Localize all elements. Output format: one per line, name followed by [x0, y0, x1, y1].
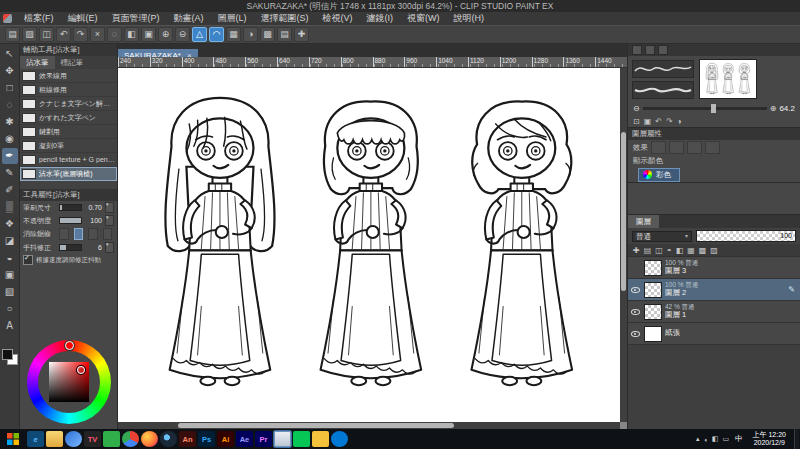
- item-bank-tab-icon[interactable]: [658, 45, 668, 55]
- menu-item[interactable]: 圖層(L): [211, 12, 254, 25]
- show-desktop-button[interactable]: [794, 429, 799, 449]
- tool-icon[interactable]: ▧: [2, 284, 18, 300]
- tool-icon[interactable]: ◪: [2, 233, 18, 249]
- tray-expand-icon[interactable]: ▴: [696, 435, 700, 443]
- clock[interactable]: 上午 12:20 2020/12/9: [749, 431, 790, 448]
- taskbar-app-icon[interactable]: [331, 431, 348, 447]
- antialias-none-button[interactable]: [59, 228, 69, 240]
- layer-row[interactable]: 42 % 普通 圖層 1: [628, 301, 800, 323]
- canvas-vertical-scrollbar[interactable]: [620, 68, 627, 422]
- tool-icon[interactable]: ◒: [2, 250, 18, 266]
- speed-adjust-checkbox[interactable]: [23, 255, 33, 265]
- menu-item[interactable]: 濾鏡(I): [360, 12, 401, 25]
- menu-item[interactable]: 視窗(W): [400, 12, 447, 25]
- taskbar-app-icon[interactable]: TV: [84, 431, 101, 447]
- antialias-weak-button[interactable]: [74, 228, 84, 240]
- antialias-strong-button[interactable]: [103, 228, 113, 240]
- toolbar-icon[interactable]: ▣: [141, 27, 156, 42]
- zoom-slider[interactable]: [643, 107, 767, 110]
- extract-line-effect-icon[interactable]: [705, 141, 720, 154]
- toolbar-icon[interactable]: ▦: [226, 27, 241, 42]
- brush-size-slider[interactable]: [59, 204, 82, 211]
- start-button[interactable]: [0, 429, 26, 449]
- toolbar-icon[interactable]: ▩: [260, 27, 275, 42]
- taskbar-app-icon[interactable]: [65, 431, 82, 447]
- navigator-thumbnail[interactable]: [699, 59, 757, 99]
- subtool-item[interactable]: 鍵劃用: [20, 125, 117, 139]
- tab-layers[interactable]: 圖層: [628, 215, 659, 228]
- tool-icon[interactable]: ✒: [2, 148, 18, 164]
- tool-icon[interactable]: ✐: [2, 182, 18, 198]
- toolbar-icon[interactable]: ↷: [73, 27, 88, 42]
- subtool-item[interactable]: かすれた文字ペン: [20, 111, 117, 125]
- subtool-item[interactable]: pencil texture + G pen meiti: [20, 153, 117, 167]
- menu-item[interactable]: 檢視(V): [316, 12, 360, 25]
- taskbar-app-icon[interactable]: e: [27, 431, 44, 447]
- tool-icon[interactable]: ▣: [2, 267, 18, 283]
- toolbar-icon[interactable]: ◠: [209, 27, 224, 42]
- battery-icon[interactable]: ▭: [722, 435, 729, 443]
- tool-icon[interactable]: ◌: [2, 97, 18, 113]
- visibility-eye-icon[interactable]: [630, 306, 641, 318]
- taskbar-app-icon[interactable]: [141, 431, 158, 447]
- toolbar-icon[interactable]: ↶: [56, 27, 71, 42]
- toolbar-icon[interactable]: ✚: [294, 27, 309, 42]
- subtool-item[interactable]: 粗線條用: [20, 83, 117, 97]
- menu-item[interactable]: 選擇範圍(S): [254, 12, 316, 25]
- foreground-background-swatches[interactable]: [2, 349, 18, 365]
- expression-color-select[interactable]: 彩色: [638, 168, 680, 182]
- toolbar-icon[interactable]: ▨: [22, 27, 37, 42]
- subtool-item[interactable]: クナじま文字ペン解像度用: [20, 97, 117, 111]
- view-control-icon[interactable]: ↷: [666, 117, 673, 126]
- tab-pen[interactable]: 沾水筆: [20, 56, 55, 69]
- stabilization-spinner[interactable]: [105, 242, 114, 253]
- tone-effect-icon[interactable]: [669, 141, 684, 154]
- tool-icon[interactable]: A: [2, 318, 18, 334]
- tool-icon[interactable]: ❖: [2, 216, 18, 232]
- blend-mode-select[interactable]: 普通: [632, 231, 692, 242]
- zoom-in-icon[interactable]: ⊕: [770, 104, 777, 113]
- layers-toolbar-icon[interactable]: ◫: [655, 246, 663, 255]
- visibility-eye-icon[interactable]: [630, 284, 641, 296]
- taskbar-app-icon[interactable]: [274, 431, 291, 447]
- taskbar-app-icon[interactable]: Ps: [198, 431, 215, 447]
- toolbar-icon[interactable]: ⊖: [175, 27, 190, 42]
- subtool-item[interactable]: 沾水筆(底層噴槍): [20, 167, 117, 181]
- layers-toolbar-icon[interactable]: ▩: [699, 246, 707, 255]
- layers-toolbar-icon[interactable]: ✚: [633, 246, 640, 255]
- volume-icon[interactable]: ◖: [704, 436, 708, 443]
- border-effect-icon[interactable]: [651, 141, 666, 154]
- visibility-eye-icon[interactable]: [630, 328, 641, 340]
- view-control-icon[interactable]: ↶: [655, 117, 662, 126]
- layer-row[interactable]: 紙張: [628, 323, 800, 345]
- taskbar-app-icon[interactable]: [46, 431, 63, 447]
- tool-icon[interactable]: ▒: [2, 199, 18, 215]
- taskbar-app-icon[interactable]: [293, 431, 310, 447]
- view-control-icon[interactable]: ◑: [677, 117, 682, 126]
- canvas-horizontal-scrollbar[interactable]: [118, 422, 620, 429]
- hue-ring[interactable]: [27, 340, 111, 424]
- layers-toolbar-icon[interactable]: ▦: [687, 246, 695, 255]
- tool-icon[interactable]: ○: [2, 301, 18, 317]
- toolbar-icon[interactable]: ◫: [39, 27, 54, 42]
- menu-item[interactable]: 頁面管理(P): [105, 12, 167, 25]
- ime-language-indicator[interactable]: 中: [733, 434, 745, 444]
- menu-item[interactable]: 檔案(F): [17, 12, 61, 25]
- saturation-value-square[interactable]: [49, 362, 89, 402]
- toolbar-icon[interactable]: △: [192, 27, 207, 42]
- opacity-spinner[interactable]: [105, 215, 114, 226]
- menu-item[interactable]: 編輯(E): [61, 12, 105, 25]
- subtool-item[interactable]: 效果線用: [20, 69, 117, 83]
- menu-item[interactable]: 動畫(A): [167, 12, 211, 25]
- brush-size-spinner[interactable]: [105, 202, 114, 213]
- subtool-item[interactable]: 凝刻0筆: [20, 139, 117, 153]
- taskbar-app-icon[interactable]: [312, 431, 329, 447]
- tool-icon[interactable]: ↖: [2, 46, 18, 62]
- canvas[interactable]: [118, 68, 620, 422]
- navigator-tab-icon[interactable]: [632, 45, 642, 55]
- tab-marker[interactable]: 標記筆: [55, 56, 90, 69]
- toolbar-icon[interactable]: ▤: [5, 27, 20, 42]
- toolbar-icon[interactable]: ◌: [107, 27, 122, 42]
- layers-toolbar-icon[interactable]: ▨: [710, 246, 718, 255]
- opacity-slider[interactable]: [59, 217, 82, 224]
